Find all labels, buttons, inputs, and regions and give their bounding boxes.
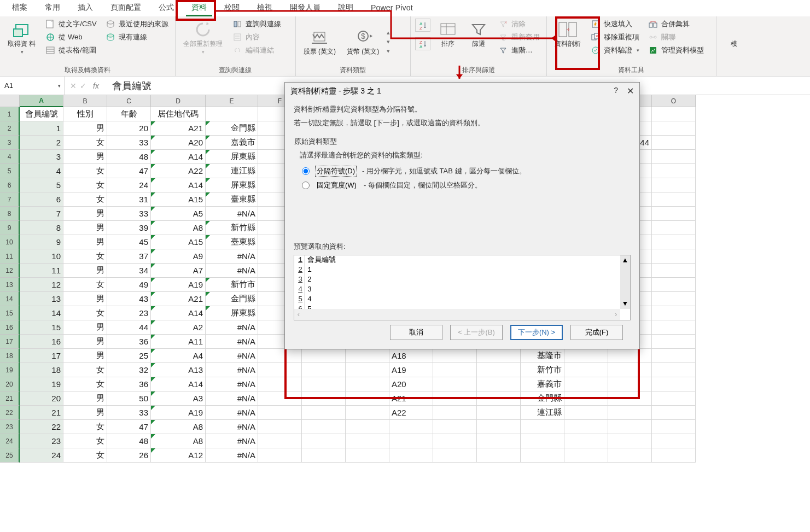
row-header[interactable]: 25 bbox=[0, 448, 20, 463]
cell[interactable] bbox=[258, 406, 302, 420]
cell[interactable] bbox=[346, 420, 389, 434]
scroll-down-icon[interactable]: ▼ bbox=[623, 300, 627, 308]
column-header-B[interactable]: B bbox=[63, 95, 107, 107]
tab-檢視[interactable]: 檢視 bbox=[248, 0, 281, 17]
tab-Power Pivot[interactable]: Power Pivot bbox=[362, 0, 422, 17]
cell[interactable] bbox=[346, 434, 389, 448]
cell[interactable]: 20 bbox=[107, 121, 151, 136]
cell[interactable] bbox=[258, 349, 302, 363]
cell[interactable]: 8 bbox=[20, 221, 63, 235]
cell[interactable] bbox=[302, 406, 346, 420]
cell[interactable]: 24 bbox=[107, 178, 151, 192]
cell[interactable]: 男 bbox=[63, 320, 107, 335]
cell[interactable] bbox=[302, 363, 346, 377]
cell[interactable] bbox=[652, 448, 696, 463]
cell[interactable] bbox=[477, 391, 521, 406]
cell[interactable] bbox=[433, 377, 477, 391]
cell[interactable]: A8 bbox=[151, 420, 206, 434]
cell[interactable]: A19 bbox=[151, 406, 206, 420]
cell[interactable]: 男 bbox=[63, 121, 107, 136]
cell[interactable]: 基隆市 bbox=[521, 349, 564, 363]
cell[interactable]: A22 bbox=[151, 164, 206, 178]
cell[interactable] bbox=[564, 349, 608, 363]
cell[interactable]: A22 bbox=[389, 406, 433, 420]
cell[interactable]: 47 bbox=[107, 420, 151, 434]
cell[interactable]: 36 bbox=[107, 335, 151, 349]
cell[interactable]: 女 bbox=[63, 420, 107, 434]
cell[interactable]: 18 bbox=[20, 363, 63, 377]
cell[interactable] bbox=[608, 434, 652, 448]
get-data-button[interactable]: 取得資 料 ▾ bbox=[4, 19, 39, 56]
cell[interactable] bbox=[608, 377, 652, 391]
cell[interactable]: 性別 bbox=[63, 107, 107, 121]
from-web-button[interactable]: 從 Web bbox=[43, 32, 98, 43]
cell[interactable]: 女 bbox=[63, 178, 107, 192]
cell[interactable]: 男 bbox=[63, 406, 107, 420]
cell[interactable]: A14 bbox=[151, 377, 206, 391]
text-to-columns-button[interactable]: 資料剖析 bbox=[551, 19, 584, 49]
cell[interactable]: 6 bbox=[20, 192, 63, 207]
cell[interactable]: 43 bbox=[107, 292, 151, 306]
cell[interactable]: 23 bbox=[20, 434, 63, 448]
cell[interactable] bbox=[206, 107, 258, 121]
cell[interactable]: #N/A bbox=[206, 363, 258, 377]
cell[interactable]: A21 bbox=[151, 292, 206, 306]
cell[interactable]: #N/A bbox=[206, 335, 258, 349]
cell[interactable]: 48 bbox=[107, 434, 151, 448]
cell[interactable] bbox=[652, 377, 696, 391]
cell[interactable]: 金門縣 bbox=[206, 121, 258, 136]
finish-button[interactable]: 完成(F) bbox=[570, 325, 623, 340]
row-header[interactable]: 10 bbox=[0, 235, 20, 249]
cell[interactable]: 男 bbox=[63, 221, 107, 235]
row-header[interactable]: 23 bbox=[0, 420, 20, 434]
cell[interactable]: A15 bbox=[151, 235, 206, 249]
cell[interactable]: A5 bbox=[151, 207, 206, 221]
cell[interactable]: 12 bbox=[20, 278, 63, 292]
cell[interactable]: A21 bbox=[389, 391, 433, 406]
cell[interactable]: 26 bbox=[107, 448, 151, 463]
cell[interactable]: 居住地代碼 bbox=[151, 107, 206, 121]
cell[interactable]: 連江縣 bbox=[206, 164, 258, 178]
cell[interactable] bbox=[564, 434, 608, 448]
row-header[interactable]: 19 bbox=[0, 363, 20, 377]
cell[interactable] bbox=[608, 363, 652, 377]
cell[interactable]: 男 bbox=[63, 150, 107, 164]
cell[interactable] bbox=[302, 377, 346, 391]
cell[interactable]: 34 bbox=[107, 264, 151, 278]
cell[interactable]: A21 bbox=[151, 121, 206, 136]
cell[interactable]: 17 bbox=[20, 349, 63, 363]
preview-vscroll[interactable]: ▲ ▼ bbox=[620, 255, 630, 309]
cell[interactable] bbox=[346, 406, 389, 420]
cell[interactable]: #N/A bbox=[206, 264, 258, 278]
sort-asc-button[interactable]: AZ bbox=[415, 19, 430, 32]
cell[interactable] bbox=[652, 221, 696, 235]
cell[interactable] bbox=[564, 406, 608, 420]
existing-connections-button[interactable]: 現有連線 bbox=[103, 32, 171, 43]
cell[interactable]: 20 bbox=[20, 391, 63, 406]
cell[interactable]: 11 bbox=[20, 264, 63, 278]
cell[interactable] bbox=[564, 420, 608, 434]
cell[interactable] bbox=[608, 448, 652, 463]
row-header[interactable]: 11 bbox=[0, 249, 20, 264]
row-header[interactable]: 16 bbox=[0, 320, 20, 335]
name-box[interactable]: A1 ▾ bbox=[0, 77, 65, 95]
cell[interactable] bbox=[652, 292, 696, 306]
column-header-C[interactable]: C bbox=[107, 95, 151, 107]
cell[interactable]: A14 bbox=[151, 306, 206, 320]
scroll-down-icon[interactable]: ▾ bbox=[387, 38, 390, 45]
cell[interactable] bbox=[652, 178, 696, 192]
cell[interactable] bbox=[433, 391, 477, 406]
row-header[interactable]: 4 bbox=[0, 150, 20, 164]
close-icon[interactable]: ✕ bbox=[627, 86, 634, 96]
cell[interactable] bbox=[608, 349, 652, 363]
tab-資料[interactable]: 資料 bbox=[183, 0, 215, 17]
cell[interactable] bbox=[652, 121, 696, 136]
cell[interactable]: 金門縣 bbox=[206, 292, 258, 306]
cell[interactable] bbox=[302, 349, 346, 363]
cell[interactable]: A7 bbox=[151, 264, 206, 278]
sort-button[interactable]: 排序 bbox=[435, 19, 461, 49]
tab-校閱[interactable]: 校閱 bbox=[215, 0, 248, 17]
cell[interactable]: 33 bbox=[107, 406, 151, 420]
column-header-O[interactable]: O bbox=[652, 95, 696, 107]
cell[interactable]: 嘉義市 bbox=[206, 136, 258, 150]
